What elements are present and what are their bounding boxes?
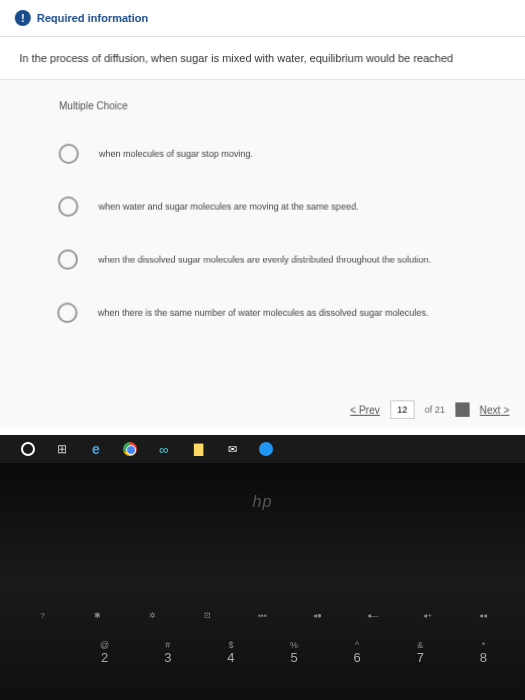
key-6: ^6	[342, 640, 372, 665]
radio-button[interactable]	[59, 144, 79, 164]
radio-button[interactable]	[58, 249, 78, 269]
required-info-label: Required information	[37, 12, 148, 24]
fn-key: ◂●	[303, 611, 333, 620]
key-8: *8	[468, 640, 498, 665]
navigation-footer: < Prev 12 of 21 Next >	[350, 400, 509, 419]
multiple-choice-label: Multiple Choice	[59, 100, 466, 111]
key-7: &7	[405, 640, 435, 665]
fn-key: ✱	[83, 611, 113, 620]
page-current: 12	[390, 400, 415, 419]
key-5: %5	[279, 640, 309, 665]
info-header: ! Required information	[0, 0, 525, 37]
option-row[interactable]: when there is the same number of water m…	[57, 290, 468, 335]
app-icon[interactable]: ∞	[156, 441, 172, 457]
page-total: of 21	[425, 404, 445, 414]
fn-key: ◂◂	[468, 611, 498, 620]
fn-key: ▪▪▪	[248, 611, 278, 620]
mail-icon[interactable]: ✉	[224, 441, 240, 457]
windows-taskbar: ⊞ e ∞ ▇ ✉	[0, 435, 525, 463]
key-3: #3	[153, 640, 183, 665]
grid-icon[interactable]	[455, 402, 469, 416]
option-row[interactable]: when water and sugar molecules are movin…	[58, 184, 467, 229]
option-text: when molecules of sugar stop moving.	[99, 149, 253, 159]
option-row[interactable]: when molecules of sugar stop moving.	[58, 132, 466, 177]
number-key-row: @2 #3 $4 %5 ^6 &7 *8	[0, 640, 525, 665]
quiz-container: Multiple Choice when molecules of sugar …	[0, 80, 525, 427]
laptop-keyboard-area: hp ? ✱ ✲ ⊡ ▪▪▪ ◂● ◂— ◂+ ◂◂ @2 #3 $4 %5 ^…	[0, 463, 525, 700]
edge-icon[interactable]: e	[88, 441, 104, 457]
prev-link[interactable]: < Prev	[350, 404, 380, 415]
cortana-icon[interactable]	[20, 441, 36, 457]
key-2: @2	[90, 640, 120, 665]
app-blue-icon[interactable]	[258, 441, 274, 457]
option-text: when there is the same number of water m…	[98, 308, 429, 318]
next-link[interactable]: Next >	[480, 404, 510, 415]
key	[27, 640, 57, 665]
function-key-row: ? ✱ ✲ ⊡ ▪▪▪ ◂● ◂— ◂+ ◂◂	[0, 611, 525, 620]
fn-key: ?	[28, 611, 58, 620]
question-text: In the process of diffusion, when sugar …	[0, 37, 525, 80]
hp-logo: hp	[253, 493, 273, 511]
fn-key: ◂—	[358, 611, 388, 620]
fn-key: ✲	[138, 611, 168, 620]
task-view-icon[interactable]: ⊞	[54, 441, 70, 457]
chrome-icon[interactable]	[122, 441, 138, 457]
file-explorer-icon[interactable]: ▇	[190, 441, 206, 457]
radio-button[interactable]	[57, 303, 77, 324]
info-badge-icon: !	[15, 10, 31, 26]
option-text: when the dissolved sugar molecules are e…	[98, 254, 431, 264]
key-4: $4	[216, 640, 246, 665]
radio-button[interactable]	[58, 196, 78, 216]
option-text: when water and sugar molecules are movin…	[98, 201, 358, 211]
option-row[interactable]: when the dissolved sugar molecules are e…	[58, 237, 468, 282]
fn-key: ⊡	[193, 611, 223, 620]
fn-key: ◂+	[413, 611, 443, 620]
